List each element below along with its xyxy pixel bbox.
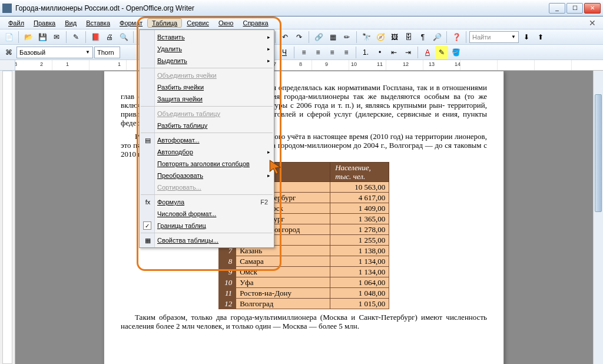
menu-edit[interactable]: Правка xyxy=(29,18,60,28)
undo-button[interactable]: ↶ xyxy=(279,31,291,44)
menu-item-удалить[interactable]: Удалить▸ xyxy=(140,43,274,55)
menu-insert[interactable]: Вставка xyxy=(81,18,115,28)
find-next-button[interactable]: ⬇ xyxy=(520,31,533,44)
close-button[interactable]: ✕ xyxy=(584,3,601,14)
preview-button[interactable]: 🔍 xyxy=(117,31,130,44)
gallery-button[interactable]: 🖼 xyxy=(388,31,401,44)
menu-item-вставить[interactable]: Вставить▸ xyxy=(140,31,274,43)
menu-format[interactable]: Формат xyxy=(115,18,147,28)
menu-item-объединить-ячейки: Объединить ячейки xyxy=(140,70,274,81)
align-right-button[interactable]: ≡ xyxy=(326,46,339,59)
horizontal-ruler[interactable]: 6543211234567891011121314 xyxy=(15,60,603,71)
align-left-button[interactable]: ≡ xyxy=(297,46,310,59)
submenu-arrow-icon: ▸ xyxy=(267,46,270,52)
bulleted-list-button[interactable]: • xyxy=(373,46,386,59)
menu-item-объединить-таблицу: Объединить таблицу xyxy=(140,108,274,120)
chevron-down-icon: ▼ xyxy=(85,49,90,55)
vertical-ruler[interactable] xyxy=(0,71,15,364)
new-doc-button[interactable]: 📄 xyxy=(2,31,15,44)
doc-close-icon[interactable]: ✕ xyxy=(585,18,599,28)
chevron-down-icon: ▼ xyxy=(511,34,516,39)
menu-window[interactable]: Окно xyxy=(214,18,238,28)
scroll-thumb[interactable] xyxy=(595,94,602,212)
menu-view[interactable]: Вид xyxy=(60,18,81,28)
submenu-arrow-icon: ▸ xyxy=(267,58,270,64)
app-icon xyxy=(2,4,12,13)
table-row[interactable]: 9Омск1 134,00 xyxy=(218,267,389,277)
table-row[interactable]: 12Волгоград1 015,00 xyxy=(218,299,389,309)
underline-button[interactable]: Ч xyxy=(278,46,291,59)
submenu-arrow-icon: ▸ xyxy=(267,34,270,40)
table-props-icon: ▦ xyxy=(143,236,153,245)
find-button[interactable]: 🔭 xyxy=(360,31,373,44)
find-prev-button[interactable]: ⬆ xyxy=(534,31,547,44)
decrease-indent-button[interactable]: ⇤ xyxy=(387,46,400,59)
print-button[interactable]: 🖨 xyxy=(103,31,116,44)
align-center-button[interactable]: ≡ xyxy=(312,46,324,59)
check-icon: ✓ xyxy=(143,221,151,230)
edit-button[interactable]: ✎ xyxy=(69,31,82,44)
increase-indent-button[interactable]: ⇥ xyxy=(402,46,415,59)
standard-toolbar: 📄 📂 💾 ✉ ✎ 📕 🖨 🔍 ↶ ↷ 🔗 ▦ ✏ 🔭 🧭 🖼 🗄 ¶ 🔎 ❓ … xyxy=(0,29,603,45)
menu-item-автоформат-[interactable]: ▤Автоформат... xyxy=(140,134,274,146)
menu-item-преобразовать[interactable]: Преобразовать▸ xyxy=(140,170,274,181)
table-menu-dropdown: Вставить▸Удалить▸Выделить▸Объединить яче… xyxy=(139,29,274,248)
zoom-button[interactable]: 🔎 xyxy=(430,31,443,44)
table-row[interactable]: 8Самара1 134,00 xyxy=(218,256,389,267)
menu-item-автоподбор[interactable]: Автоподбор▸ xyxy=(140,146,274,158)
document-area[interactable]: ния определялась как нормативами Госплан… xyxy=(15,71,603,364)
th-pop: Население, тыс. чел. xyxy=(330,163,389,182)
menu-item-выделить[interactable]: Выделить▸ xyxy=(140,55,274,67)
numbered-list-button[interactable]: 1. xyxy=(359,46,372,59)
menu-item-сортировать-: Сортировать... xyxy=(140,181,274,193)
paragraph-style-combo[interactable]: Базовый▼ xyxy=(16,47,93,58)
titlebar: Города-миллионеры России.odt - OpenOffic… xyxy=(0,0,603,16)
table-row[interactable]: 10Уфа1 064,00 xyxy=(218,277,389,288)
help-button[interactable]: ❓ xyxy=(450,31,463,44)
vertical-scrollbar[interactable] xyxy=(593,71,603,364)
styles-button[interactable]: ⌘ xyxy=(2,46,15,59)
menu-item-разбить-ячейки[interactable]: Разбить ячейки xyxy=(140,81,274,93)
nonprinting-button[interactable]: ¶ xyxy=(416,31,429,44)
menubar: Файл Правка Вид Вставка Формат Таблица С… xyxy=(0,16,603,29)
font-name-combo[interactable]: Thorn xyxy=(94,47,120,58)
minimize-button[interactable]: _ xyxy=(549,3,565,14)
menu-item-защита-ячейки[interactable]: Защита ячейки xyxy=(140,93,274,105)
menu-help[interactable]: Справка xyxy=(238,18,273,28)
maximize-button[interactable]: ☐ xyxy=(566,3,583,14)
datasource-button[interactable]: 🗄 xyxy=(402,31,415,44)
font-color-button[interactable]: A xyxy=(421,46,434,59)
menu-file[interactable]: Файл xyxy=(4,18,29,28)
menu-item-повторять-заголовки-столбцов[interactable]: Повторять заголовки столбцов xyxy=(140,158,274,170)
ruler-corner xyxy=(0,60,15,70)
mail-button[interactable]: ✉ xyxy=(50,31,63,44)
highlight-button[interactable]: ✎ xyxy=(435,46,448,59)
redo-button[interactable]: ↷ xyxy=(293,31,306,44)
menu-item-свойства-таблицы-[interactable]: ▦Свойства таблицы... xyxy=(140,234,274,246)
pdf-button[interactable]: 📕 xyxy=(89,31,102,44)
cursor-icon xyxy=(269,159,285,176)
menu-item-границы-таблиц[interactable]: ✓Границы таблиц xyxy=(140,220,274,231)
align-justify-button[interactable]: ≡ xyxy=(340,46,353,59)
submenu-arrow-icon: ▸ xyxy=(267,149,270,155)
table-button[interactable]: ▦ xyxy=(326,31,339,44)
menu-table[interactable]: Таблица xyxy=(147,18,182,28)
table-row[interactable]: 11Ростов-на-Дону1 048,00 xyxy=(218,288,389,299)
window-title: Города-миллионеры России.odt - OpenOffic… xyxy=(15,4,549,12)
formatting-toolbar: ⌘ Базовый▼ Thorn Ж К Ч ≡ ≡ ≡ ≡ 1. • ⇤ ⇥ … xyxy=(0,45,603,60)
save-button[interactable]: 💾 xyxy=(36,31,49,44)
open-button[interactable]: 📂 xyxy=(22,31,35,44)
menu-item-числовой-формат-[interactable]: Числовой формат... xyxy=(140,208,274,220)
formula-icon: fx xyxy=(143,197,153,207)
autoformat-icon: ▤ xyxy=(143,135,153,145)
menu-tools[interactable]: Сервис xyxy=(182,18,214,28)
search-input[interactable]: Найти ▼ xyxy=(469,31,519,43)
draw-button[interactable]: ✏ xyxy=(340,31,353,44)
hyperlink-button[interactable]: 🔗 xyxy=(312,31,325,44)
navigator-button[interactable]: 🧭 xyxy=(374,31,387,44)
menu-item-разбить-таблицу[interactable]: Разбить таблицу xyxy=(140,120,274,131)
menu-item-формула[interactable]: fxФормулаF2 xyxy=(140,196,274,208)
background-color-button[interactable]: 🪣 xyxy=(449,46,462,59)
